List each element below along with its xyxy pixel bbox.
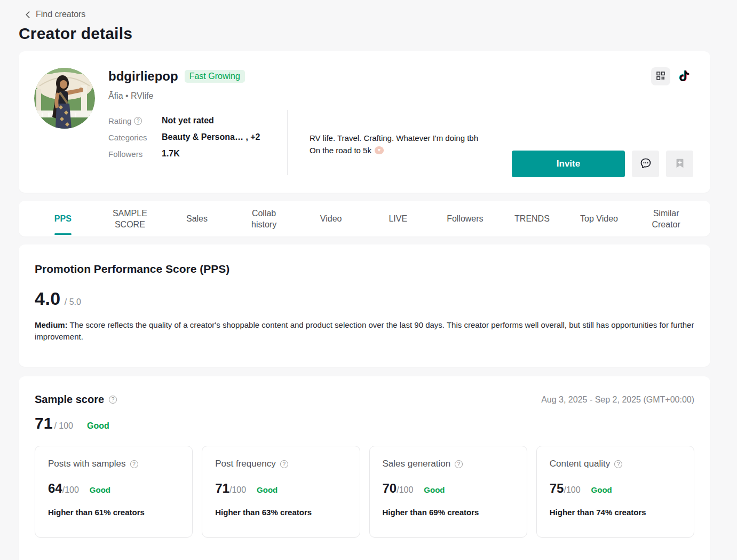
posts-with-samples-help-icon[interactable]: ? xyxy=(130,460,138,468)
fast-growing-badge: Fast Growing xyxy=(185,70,245,83)
sample-score-section: Sample score ? Aug 3, 2025 - Sep 2, 2025… xyxy=(19,376,710,560)
back-chevron-icon xyxy=(25,11,31,18)
metric-title: Post frequency xyxy=(215,459,275,469)
metric-denominator: /100 xyxy=(229,485,246,495)
metric-card-post-frequency: Post frequency ? 71 /100 Good Higher tha… xyxy=(202,446,360,538)
sample-score-grade: Good xyxy=(87,421,109,431)
metric-card-sales-generation: Sales generation ? 70 /100 Good Higher t… xyxy=(369,446,527,538)
metric-denominator: /100 xyxy=(62,485,79,495)
sample-score-value: 71 xyxy=(35,414,52,432)
creator-info: Rating ? Not yet rated Categories Beauty… xyxy=(108,116,260,159)
metric-comparison: Higher than 63% creators xyxy=(215,508,346,517)
save-creator-button[interactable] xyxy=(666,151,693,177)
bookmark-plus-icon xyxy=(674,157,686,171)
metric-grid: Posts with samples ? 64 /100 Good Higher… xyxy=(35,446,694,538)
tab-trends[interactable]: TRENDS xyxy=(498,201,566,236)
date-range: Aug 3, 2025 - Sep 2, 2025 (GMT+00:00) xyxy=(541,395,694,405)
rating-help-icon[interactable]: ? xyxy=(134,117,142,125)
categories-label: Categories xyxy=(108,132,162,142)
tab-followers[interactable]: Followers xyxy=(432,201,499,236)
metric-denominator: /100 xyxy=(564,485,580,495)
creator-tabbar: PPS SAMPLE SCORE Sales Collab history Vi… xyxy=(19,201,710,236)
metric-comparison: Higher than 74% creators xyxy=(550,508,681,517)
metric-score: 71 xyxy=(215,481,229,496)
invite-button[interactable]: Invite xyxy=(512,151,625,177)
sales-generation-help-icon[interactable]: ? xyxy=(455,460,463,468)
creator-subtitle: Āfia • RVlife xyxy=(108,91,153,101)
tab-collab-history[interactable]: Collab history xyxy=(231,201,298,236)
metric-card-posts-with-samples: Posts with samples ? 64 /100 Good Higher… xyxy=(35,446,193,538)
metric-grade: Good xyxy=(90,485,110,494)
pps-score-row: 4.0 / 5.0 xyxy=(35,288,694,309)
sample-score-denominator: / 100 xyxy=(54,421,73,431)
tiktok-logo-icon xyxy=(679,70,690,83)
avatar[interactable] xyxy=(34,68,95,129)
metric-title: Posts with samples xyxy=(48,459,126,469)
tab-top-video[interactable]: Top Video xyxy=(566,201,633,236)
sample-score-title: Sample score xyxy=(35,393,104,406)
pps-description: Medium: The score reflects the quality o… xyxy=(35,319,694,343)
content-quality-help-icon[interactable]: ? xyxy=(614,460,622,468)
creator-details-page: Find creators Creator details xyxy=(0,0,737,560)
page-title: Creator details xyxy=(19,25,710,43)
tab-sample-score[interactable]: SAMPLE SCORE xyxy=(97,201,164,236)
tab-video[interactable]: Video xyxy=(297,201,364,236)
heart-hands-emoji: ♥ xyxy=(375,146,384,154)
creator-bio: RV life. Travel. Crafting. Whatever I'm … xyxy=(310,132,478,156)
followers-label: Followers xyxy=(108,149,162,159)
metric-comparison: Higher than 69% creators xyxy=(383,508,514,517)
profile-card: bdgirliepop Fast Growing Āfia • RVlife R… xyxy=(19,51,710,193)
metric-denominator: /100 xyxy=(397,485,413,495)
pps-denominator: / 5.0 xyxy=(65,297,81,307)
pps-title: Promotion Performance Score (PPS) xyxy=(35,263,694,275)
post-frequency-help-icon[interactable]: ? xyxy=(280,460,288,468)
chat-bubble-icon xyxy=(639,157,652,171)
rating-value: Not yet rated xyxy=(162,116,260,125)
corner-actions xyxy=(651,67,694,85)
metric-score: 75 xyxy=(550,481,564,496)
metric-title: Content quality xyxy=(550,459,610,469)
categories-value: Beauty & Persona… , +2 xyxy=(162,132,260,142)
back-link-label: Find creators xyxy=(36,10,85,19)
bio-line-1: RV life. Travel. Crafting. Whatever I'm … xyxy=(310,132,478,144)
pps-section: Promotion Performance Score (PPS) 4.0 / … xyxy=(19,244,710,367)
metric-grade: Good xyxy=(257,485,278,494)
followers-value: 1.7K xyxy=(162,149,260,159)
metric-grade: Good xyxy=(424,485,445,494)
back-link[interactable]: Find creators xyxy=(19,10,710,19)
avatar-image xyxy=(34,68,95,129)
divider xyxy=(287,110,288,175)
tab-similar-creator[interactable]: Similar Creator xyxy=(632,201,700,236)
metric-score: 70 xyxy=(383,481,397,496)
pps-score: 4.0 xyxy=(35,288,61,309)
tiktok-profile-button[interactable] xyxy=(675,67,694,85)
metric-title: Sales generation xyxy=(383,459,451,469)
bio-line-2: On the road to 5k xyxy=(310,144,371,156)
creator-username: bdgirliepop xyxy=(108,69,178,84)
sample-score-row: 71 / 100 Good xyxy=(35,414,694,432)
qr-code-icon xyxy=(656,71,665,82)
metric-score: 64 xyxy=(48,481,62,496)
pps-grade-word: Medium: xyxy=(35,320,68,329)
profile-actions: Invite xyxy=(512,151,693,177)
metric-comparison: Higher than 61% creators xyxy=(48,508,179,517)
tab-pps[interactable]: PPS xyxy=(29,201,97,236)
rating-label: Rating ? xyxy=(108,116,162,125)
tab-live[interactable]: LIVE xyxy=(364,201,432,236)
qr-code-button[interactable] xyxy=(651,67,670,85)
tab-sales[interactable]: Sales xyxy=(163,201,231,236)
sample-score-help-icon[interactable]: ? xyxy=(109,396,117,404)
metric-card-content-quality: Content quality ? 75 /100 Good Higher th… xyxy=(536,446,694,538)
metric-grade: Good xyxy=(591,485,612,494)
message-button[interactable] xyxy=(632,151,659,177)
